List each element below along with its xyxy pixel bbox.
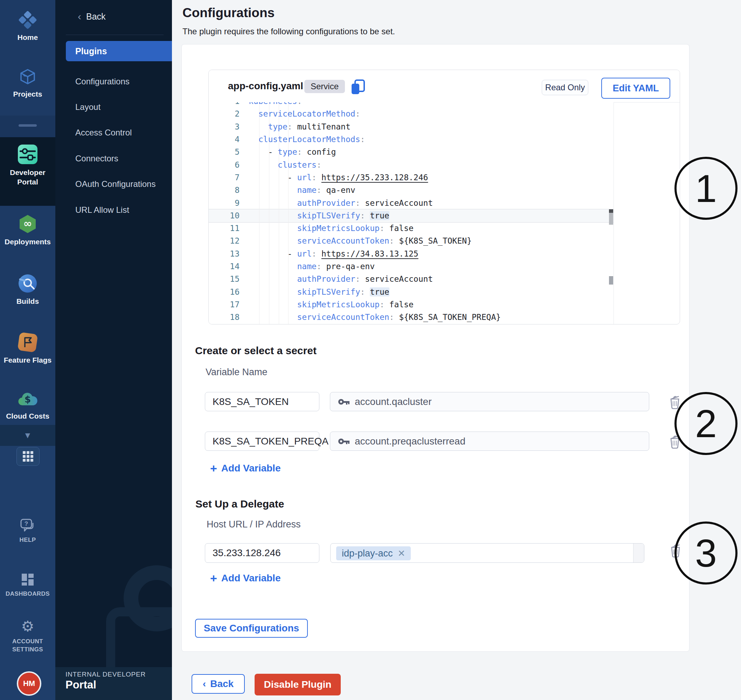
yaml-code-line: 14 name: pre-qa-env xyxy=(209,260,614,273)
yaml-code-line: 16 skipTLSVerify: true xyxy=(209,285,614,298)
rail-item-account-settings[interactable]: ⚙ ACCOUNTSETTINGS xyxy=(0,619,55,653)
gear-icon: ⚙ xyxy=(21,619,34,634)
line-number: 18 xyxy=(209,313,249,322)
rail-item-dashboards[interactable]: DASHBOARDS xyxy=(0,573,55,598)
yaml-code-line: 18 serviceAccountToken: ${K8S_SA_TOKEN_P… xyxy=(209,311,614,324)
rail-item-builds[interactable]: Builds xyxy=(0,274,55,306)
disable-plugin-button[interactable]: Disable Plugin xyxy=(255,674,341,696)
delegate-tags-field[interactable]: idp-play-acc ✕ xyxy=(330,543,644,563)
yaml-code-line: 7 - url: https://35.233.128.246 xyxy=(209,171,614,184)
svg-text:∞: ∞ xyxy=(24,217,32,229)
line-number: 14 xyxy=(209,262,249,271)
host-url-input[interactable]: 35.233.128.246 xyxy=(205,543,320,563)
rail-label-deployments: Deployments xyxy=(4,237,51,246)
yaml-code-area[interactable]: 1kubernetes:2 serviceLocatorMethod:3 typ… xyxy=(209,102,614,324)
yaml-code-line: 1kubernetes: xyxy=(209,102,614,107)
scrollbar-marker xyxy=(609,209,613,213)
rail-label-home: Home xyxy=(18,32,38,42)
secret-select-field[interactable]: account.qacluster xyxy=(330,392,649,411)
grid-icon xyxy=(23,451,33,462)
page-subtitle: The plugin requires the following config… xyxy=(183,26,395,37)
add-variable-button[interactable]: + Add Variable xyxy=(210,463,280,474)
save-configurations-button[interactable]: Save Configurations xyxy=(195,619,308,638)
edit-yaml-button[interactable]: Edit YAML xyxy=(601,78,670,99)
yaml-code-line: 4 clusterLocatorMethods: xyxy=(209,133,614,146)
home-icon xyxy=(18,10,37,29)
module-rail: Home Projects Develope xyxy=(0,0,55,700)
avatar[interactable]: HM xyxy=(17,671,41,696)
rail-item-projects[interactable]: Projects xyxy=(0,68,55,99)
yaml-header: app-config.yaml Service Read Only Edit Y… xyxy=(209,70,680,103)
rail-item-help[interactable]: ? HELP xyxy=(0,518,55,544)
read-only-badge: Read Only xyxy=(542,80,588,95)
rail-item-feature-flags[interactable]: Feature Flags xyxy=(0,332,55,365)
sidebar-item-connectors[interactable]: Connectors xyxy=(75,154,118,164)
brand-strip: INTERNAL DEVELOPER Portal xyxy=(55,667,172,700)
sidebar-item-url-allow-list[interactable]: URL Allow List xyxy=(75,205,129,216)
line-number: 4 xyxy=(209,135,249,144)
delegate-tag-label: idp-play-acc xyxy=(342,548,393,559)
yaml-viewer-card: app-config.yaml Service Read Only Edit Y… xyxy=(208,70,680,325)
add-variable-button[interactable]: + Add Variable xyxy=(210,573,280,584)
sidebar-back-label: Back xyxy=(86,12,106,22)
line-number: 7 xyxy=(209,173,249,182)
delegate-tag-chip[interactable]: idp-play-acc ✕ xyxy=(336,546,411,560)
plugin-sidebar: ‹ Back Plugins Configurations Layout Acc… xyxy=(55,0,172,700)
variable-name-label: Variable Name xyxy=(206,367,268,378)
rail-collapse-handle[interactable] xyxy=(19,124,37,127)
scrollbar-thumb[interactable] xyxy=(609,213,613,225)
back-button[interactable]: ‹ Back xyxy=(192,674,245,694)
yaml-code-line: 2 serviceLocatorMethod: xyxy=(209,107,614,120)
rail-label-help: HELP xyxy=(20,536,36,544)
builds-icon xyxy=(18,274,37,293)
rail-item-deployments[interactable]: ∞ Deployments xyxy=(0,214,55,246)
variable-name-input[interactable]: K8S_SA_TOKEN_PREQA xyxy=(205,432,320,451)
line-number: 15 xyxy=(209,274,249,284)
yaml-code-line: 17 skipMetricsLookup: false xyxy=(209,298,614,311)
line-number: 6 xyxy=(209,160,249,169)
remove-tag-icon[interactable]: ✕ xyxy=(398,548,405,559)
yaml-code-line: 9 authProvider: serviceAccount xyxy=(209,196,614,209)
add-variable-label: Add Variable xyxy=(221,573,281,584)
module-grid-button[interactable] xyxy=(16,447,40,466)
rail-label-account-settings: ACCOUNTSETTINGS xyxy=(12,637,43,653)
deployments-icon: ∞ xyxy=(18,214,37,234)
sidebar-item-label: Plugins xyxy=(66,46,107,56)
svg-text:?: ? xyxy=(25,521,28,527)
add-variable-label: Add Variable xyxy=(221,463,281,474)
yaml-code-line: 12 serviceAccountToken: ${K8S_SA_TOKEN} xyxy=(209,234,614,247)
tags-field-addon xyxy=(633,544,644,562)
rail-item-developer-portal[interactable]: DeveloperPortal xyxy=(0,144,55,187)
sidebar-item-configurations[interactable]: Configurations xyxy=(75,76,130,87)
app-root: Home Projects Develope xyxy=(0,0,741,700)
rail-label-feature-flags: Feature Flags xyxy=(4,355,52,365)
sidebar-item-oauth-configurations[interactable]: OAuth Configurations xyxy=(75,179,156,190)
key-icon xyxy=(338,437,350,446)
service-badge: Service xyxy=(304,80,345,93)
line-number: 16 xyxy=(209,287,249,296)
developer-portal-icon xyxy=(18,144,38,165)
avatar-initials: HM xyxy=(23,679,35,688)
dashboards-icon xyxy=(21,573,35,587)
sidebar-item-plugins-active[interactable]: Plugins xyxy=(66,41,172,61)
line-number: 13 xyxy=(209,249,249,258)
sidebar-item-layout[interactable]: Layout xyxy=(75,102,100,113)
secret-select-field[interactable]: account.preqaclusterread xyxy=(330,432,649,451)
rail-item-cloud-costs[interactable]: $ Cloud Costs xyxy=(0,391,55,421)
yaml-code-line: 15 authProvider: serviceAccount xyxy=(209,273,614,285)
brand-name: Portal xyxy=(65,679,96,691)
yaml-code-line: 6 clusters: xyxy=(209,158,614,171)
rail-item-home[interactable]: Home xyxy=(0,10,55,42)
rail-label-developer-portal: DeveloperPortal xyxy=(10,168,46,187)
sidebar-back-button[interactable]: ‹ Back xyxy=(78,11,106,22)
line-number: 2 xyxy=(209,109,249,118)
variable-name-input[interactable]: K8S_SA_TOKEN xyxy=(205,392,320,411)
delegate-section-heading: Set Up a Delegate xyxy=(195,498,284,510)
chevron-down-icon[interactable]: ▼ xyxy=(0,431,55,440)
sidebar-divider xyxy=(66,35,164,35)
sidebar-item-access-control[interactable]: Access Control xyxy=(75,128,132,138)
line-number: 1 xyxy=(209,102,249,106)
brand-kicker: INTERNAL DEVELOPER xyxy=(65,671,146,678)
copy-icon[interactable] xyxy=(350,79,365,95)
line-number: 10 xyxy=(209,211,249,220)
